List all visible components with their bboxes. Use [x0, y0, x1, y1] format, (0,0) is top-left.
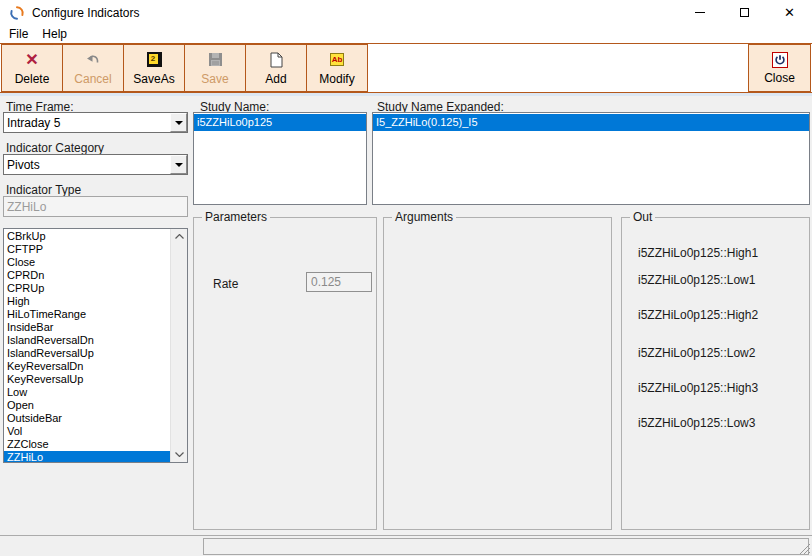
- rate-field[interactable]: [306, 272, 372, 292]
- list-item[interactable]: High: [4, 295, 170, 308]
- delete-button[interactable]: ✕ Delete: [1, 44, 63, 92]
- out-item: i5ZZHiLo0p125::High2: [638, 308, 758, 322]
- list-item[interactable]: KeyReversalUp: [4, 373, 170, 386]
- cancel-button[interactable]: Cancel: [62, 44, 124, 92]
- scroll-up-icon[interactable]: [171, 229, 187, 244]
- status-panel: [203, 538, 809, 555]
- chevron-down-icon: [175, 163, 183, 167]
- out-title: Out: [630, 210, 655, 224]
- list-item[interactable]: KeyReversalDn: [4, 360, 170, 373]
- add-button[interactable]: Add: [245, 44, 307, 92]
- add-button-label: Add: [265, 72, 286, 86]
- modify-button-label: Modify: [319, 72, 354, 86]
- list-item[interactable]: HiLoTimeRange: [4, 308, 170, 321]
- indicator-category-value: Pivots: [4, 158, 170, 172]
- toolbar: ✕ Delete Cancel 2 SaveAs: [0, 43, 812, 93]
- out-item: i5ZZHiLo0p125::High1: [638, 246, 758, 260]
- list-item[interactable]: CPRDn: [4, 269, 170, 282]
- chevron-down-icon: [175, 121, 183, 125]
- modify-ab-icon: Ab: [330, 53, 344, 66]
- parameters-title: Parameters: [202, 210, 270, 224]
- saveas-button-label: SaveAs: [133, 72, 174, 86]
- undo-arrow-icon: [85, 51, 101, 69]
- list-item[interactable]: CFTPP: [4, 243, 170, 256]
- list-item[interactable]: Open: [4, 399, 170, 412]
- vertical-scrollbar[interactable]: [170, 229, 187, 462]
- title-bar: Configure Indicators ✕: [0, 0, 812, 25]
- save-as-icon: 2: [147, 51, 162, 69]
- save-floppy-icon: [208, 51, 223, 69]
- study-name-expanded-list[interactable]: I5_ZZHiLo(0.125)_I5: [372, 112, 810, 205]
- arguments-groupbox: Arguments: [383, 217, 612, 530]
- new-document-icon: [269, 51, 283, 69]
- indicator-listbox[interactable]: CBrkUp CFTPP Close CPRDn CPRUp High HiLo…: [3, 228, 188, 463]
- app-logo-icon: [9, 5, 25, 21]
- indicator-category-label: Indicator Category: [6, 141, 104, 155]
- list-item-selected[interactable]: ZZHiLo: [4, 451, 170, 462]
- close-button-label: Close: [764, 71, 795, 85]
- delete-x-icon: ✕: [25, 52, 38, 68]
- out-item: i5ZZHiLo0p125::Low3: [638, 416, 755, 430]
- resize-grip-icon[interactable]: [798, 542, 811, 555]
- out-groupbox: Out i5ZZHiLo0p125::High1 i5ZZHiLo0p125::…: [621, 217, 810, 530]
- arguments-title: Arguments: [392, 210, 456, 224]
- saveas-button[interactable]: 2 SaveAs: [123, 44, 185, 92]
- close-window-button[interactable]: ✕: [767, 0, 812, 25]
- status-bar: [0, 535, 812, 556]
- menu-file[interactable]: File: [2, 26, 35, 42]
- out-item: i5ZZHiLo0p125::High3: [638, 381, 758, 395]
- window-title: Configure Indicators: [32, 6, 139, 20]
- list-item[interactable]: InsideBar: [4, 321, 170, 334]
- list-item[interactable]: CBrkUp: [4, 230, 170, 243]
- study-name-expanded-row-selected[interactable]: I5_ZZHiLo(0.125)_I5: [373, 114, 809, 131]
- rate-label: Rate: [213, 277, 238, 291]
- list-item[interactable]: OutsideBar: [4, 412, 170, 425]
- minimize-button[interactable]: [677, 0, 722, 25]
- list-item[interactable]: Close: [4, 256, 170, 269]
- maximize-icon: [740, 8, 749, 17]
- list-item[interactable]: Vol: [4, 425, 170, 438]
- list-item[interactable]: ZZClose: [4, 438, 170, 451]
- menu-help[interactable]: Help: [35, 26, 74, 42]
- scroll-down-icon[interactable]: [171, 447, 187, 462]
- minimize-icon: [695, 12, 705, 13]
- time-frame-dropdown-button[interactable]: [170, 113, 187, 132]
- out-item: i5ZZHiLo0p125::Low2: [638, 346, 755, 360]
- menu-bar: File Help: [0, 25, 812, 43]
- close-button[interactable]: Close: [748, 44, 811, 92]
- delete-button-label: Delete: [15, 72, 50, 86]
- power-icon: [772, 52, 788, 68]
- out-item: i5ZZHiLo0p125::Low1: [638, 273, 755, 287]
- list-item[interactable]: IslandReversalUp: [4, 347, 170, 360]
- list-item[interactable]: CPRUp: [4, 282, 170, 295]
- cancel-button-label: Cancel: [74, 72, 111, 86]
- indicator-category-dropdown-button[interactable]: [170, 155, 187, 174]
- time-frame-value: Intraday 5: [4, 116, 170, 130]
- save-button-label: Save: [201, 72, 228, 86]
- study-name-list[interactable]: i5ZZHiLo0p125: [193, 112, 367, 205]
- indicator-category-combobox[interactable]: Pivots: [3, 154, 188, 175]
- study-name-row-selected[interactable]: i5ZZHiLo0p125: [194, 114, 366, 131]
- close-icon: ✕: [784, 6, 795, 19]
- list-item[interactable]: IslandReversalDn: [4, 334, 170, 347]
- indicator-type-label: Indicator Type: [6, 183, 81, 197]
- indicator-type-field[interactable]: [3, 196, 188, 217]
- list-item[interactable]: Low: [4, 386, 170, 399]
- client-area: Time Frame: Intraday 5 Indicator Categor…: [0, 96, 812, 535]
- parameters-groupbox: Parameters Rate: [193, 217, 377, 530]
- time-frame-combobox[interactable]: Intraday 5: [3, 112, 188, 133]
- modify-button[interactable]: Ab Modify: [306, 44, 368, 92]
- save-button[interactable]: Save: [184, 44, 246, 92]
- maximize-button[interactable]: [722, 0, 767, 25]
